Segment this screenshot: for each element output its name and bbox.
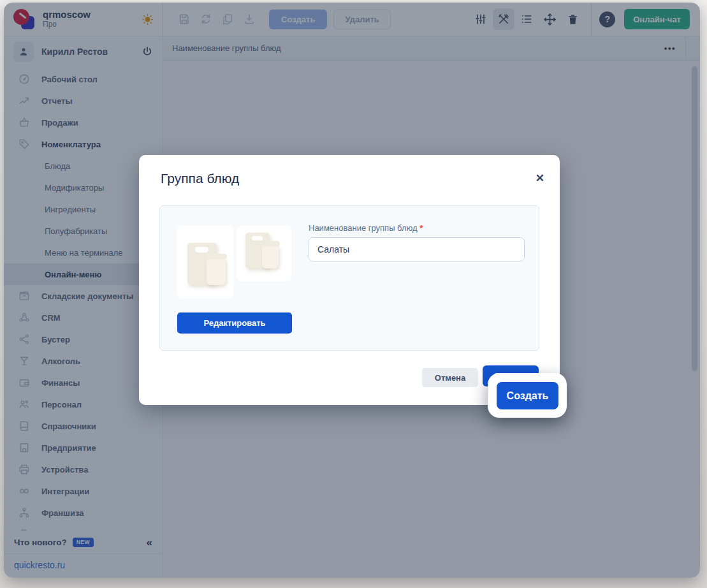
group-image-preview-small[interactable] xyxy=(237,225,291,281)
create-button-highlight: Создать xyxy=(488,373,567,418)
app-window: qrmoscow Про xyxy=(4,3,700,578)
group-form-panel: Наименование группы блюд * Редактировать xyxy=(159,205,539,351)
cancel-button[interactable]: Отмена xyxy=(422,368,478,387)
screen: qrmoscow Про xyxy=(0,0,707,588)
dish-group-modal: Группа блюд ✕ Наименование группы блюд *… xyxy=(139,155,560,405)
modal-title: Группа блюд xyxy=(161,171,239,186)
coffee-cup-image xyxy=(207,258,226,285)
create-button-highlighted[interactable]: Создать xyxy=(497,382,558,409)
edit-image-button[interactable]: Редактировать xyxy=(177,312,292,334)
required-asterisk: * xyxy=(419,223,423,233)
group-image-preview-large[interactable] xyxy=(177,225,233,298)
group-name-input[interactable] xyxy=(309,237,525,261)
close-icon[interactable]: ✕ xyxy=(536,172,544,185)
group-name-label: Наименование группы блюд * xyxy=(309,223,423,233)
coffee-cup-image xyxy=(262,246,279,268)
